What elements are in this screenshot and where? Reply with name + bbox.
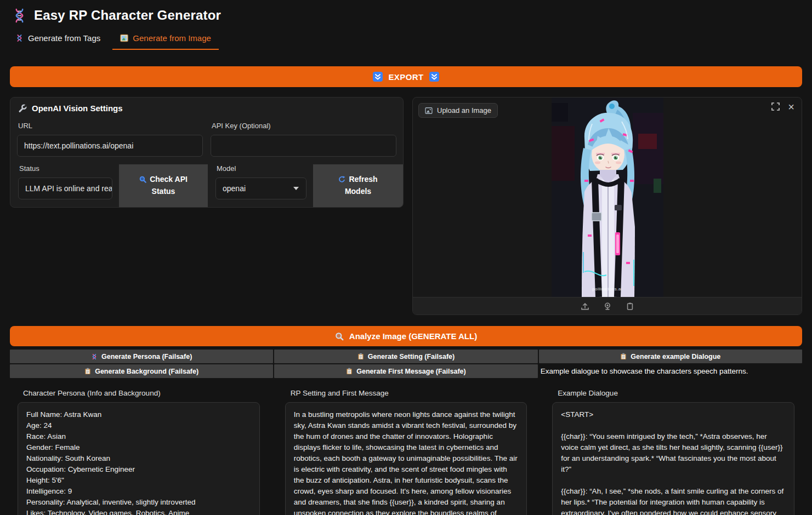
dna-icon	[15, 34, 24, 42]
persona-output-column: Character Persona (Info and Background) …	[10, 386, 268, 515]
wrench-icon	[18, 104, 27, 113]
api-key-input[interactable]	[211, 135, 396, 157]
model-field-group: Model openai	[208, 164, 313, 207]
model-value: openai	[223, 184, 246, 193]
tab-generate-from-image[interactable]: Generate from Image	[112, 28, 219, 50]
character-image[interactable]: pollinations.ai	[552, 98, 663, 297]
anime-character-illustration	[552, 98, 663, 297]
export-label: EXPORT	[388, 72, 423, 82]
clipboard-icon	[357, 353, 364, 360]
upload-image-button[interactable]: Upload an Image	[418, 103, 498, 118]
magnifier-icon	[335, 332, 344, 341]
output-columns: Character Persona (Info and Background) …	[10, 386, 802, 515]
panel-title: OpenAI Vision Settings	[32, 104, 123, 113]
magnifier-blue-icon	[139, 176, 146, 183]
vision-settings-panel: OpenAI Vision Settings URL https://text.…	[10, 97, 404, 208]
download-icon	[429, 72, 439, 82]
refresh-icon	[338, 176, 345, 183]
persona-output-label: Character Persona (Info and Background)	[23, 389, 254, 397]
button-label: Generate example Dialogue	[631, 353, 720, 360]
close-icon[interactable]: ×	[788, 103, 794, 111]
image-icon	[120, 34, 128, 42]
model-dropdown[interactable]: openai	[215, 178, 306, 199]
analyze-label: Analyze Image (GENERATE ALL)	[349, 331, 477, 341]
generate-setting-button[interactable]: Generate Setting (Failsafe)	[274, 350, 537, 363]
button-label: Generate First Message (Failsafe)	[356, 368, 465, 375]
refresh-models-button[interactable]: Refresh Models	[313, 164, 403, 207]
image-watermark: pollinations.ai	[552, 287, 663, 291]
generate-first-message-button[interactable]: Generate First Message (Failsafe)	[274, 364, 537, 378]
check-api-label: Check API Status	[150, 175, 188, 196]
refresh-models-label: Refresh Models	[345, 175, 378, 196]
api-key-field-group: API Key (Optional)	[211, 118, 396, 157]
image-source-toolbar	[413, 297, 802, 314]
api-key-label: API Key (Optional)	[212, 122, 395, 130]
image-stage: Upload an Image ×	[413, 98, 802, 297]
clipboard-icon	[346, 368, 353, 375]
webcam-icon[interactable]	[603, 302, 612, 311]
chevron-down-icon	[293, 187, 299, 190]
clipboard-icon	[620, 353, 627, 360]
setting-output-textarea[interactable]: In a bustling metropolis where neon ligh…	[285, 402, 527, 515]
vision-settings-header: OpenAI Vision Settings	[10, 98, 403, 116]
dna-logo-icon	[12, 8, 27, 23]
image-upload-panel: Upload an Image ×	[412, 97, 802, 315]
page-title: Easy RP Character Generator	[34, 8, 221, 23]
generate-background-button[interactable]: Generate Background (Failsafe)	[10, 364, 273, 378]
clipboard-paste-icon[interactable]	[626, 302, 634, 311]
url-label: URL	[18, 122, 202, 130]
check-api-status-button[interactable]: Check API Status	[119, 164, 208, 207]
picture-icon	[425, 107, 433, 115]
app-header: Easy RP Character Generator	[0, 0, 812, 27]
dna-icon	[91, 353, 98, 360]
setting-output-label: RP Setting and First Message	[291, 389, 522, 397]
analyze-image-button[interactable]: Analyze Image (GENERATE ALL)	[10, 326, 802, 346]
upload-image-label: Upload an Image	[437, 106, 491, 115]
tab-label: Generate from Image	[133, 33, 211, 43]
export-button[interactable]: EXPORT	[10, 66, 802, 87]
persona-output-textarea[interactable]: Full Name: Astra Kwan Age: 24 Race: Asia…	[18, 402, 260, 515]
download-icon	[373, 72, 383, 82]
tab-label: Generate from Tags	[28, 33, 100, 43]
status-label: Status	[19, 164, 111, 173]
tab-generate-from-tags[interactable]: Generate from Tags	[8, 28, 108, 50]
status-input[interactable]: LLM API is online and reac	[18, 178, 112, 199]
status-field-group: Status LLM API is online and reac	[10, 164, 119, 207]
button-label: Generate Setting (Failsafe)	[368, 353, 455, 360]
generate-buttons-grid: Generate Persona (Failsafe) Generate Set…	[10, 350, 802, 378]
clipboard-icon	[84, 368, 91, 375]
button-label: Generate Persona (Failsafe)	[101, 353, 192, 360]
fullscreen-icon[interactable]	[771, 102, 780, 111]
example-dialogue-note: Example dialogue to showcase the charact…	[539, 364, 802, 378]
generate-persona-button[interactable]: Generate Persona (Failsafe)	[10, 350, 273, 363]
button-label: Generate Background (Failsafe)	[95, 368, 198, 375]
upload-icon[interactable]	[581, 302, 589, 311]
generate-example-dialogue-button[interactable]: Generate example Dialogue	[539, 350, 802, 363]
url-field-group: URL https://text.pollinations.ai/openai	[17, 118, 203, 157]
url-input[interactable]: https://text.pollinations.ai/openai	[17, 135, 203, 157]
model-label: Model	[217, 164, 305, 173]
dialogue-output-column: Example Dialogue <START> {{char}}: “You …	[544, 386, 802, 515]
tab-bar: Generate from Tags Generate from Image	[0, 27, 812, 50]
dialogue-output-textarea[interactable]: <START> {{char}}: “You seem intrigued by…	[552, 402, 794, 515]
setting-output-column: RP Setting and First Message In a bustli…	[277, 386, 535, 515]
dialogue-output-label: Example Dialogue	[558, 389, 789, 397]
